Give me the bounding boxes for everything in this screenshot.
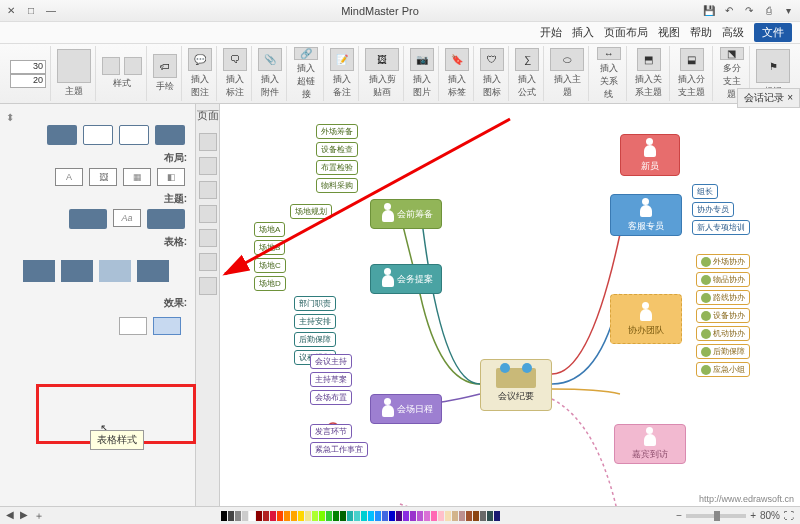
tool-zoom-icon[interactable] bbox=[199, 277, 217, 295]
teal-hub[interactable]: 会务提案 bbox=[370, 264, 442, 294]
formula-icon[interactable]: ∑ bbox=[515, 48, 539, 71]
yellow-sub[interactable]: 后勤保障 bbox=[696, 344, 750, 359]
purple-sub[interactable]: 会场布置 bbox=[310, 390, 352, 405]
color-swatch[interactable] bbox=[480, 511, 486, 521]
color-swatch[interactable] bbox=[452, 511, 458, 521]
yellow-hub[interactable]: 协办团队 bbox=[610, 294, 682, 344]
effect-btn[interactable] bbox=[119, 317, 147, 335]
color-swatch[interactable] bbox=[305, 511, 311, 521]
window-max-icon[interactable]: □ bbox=[24, 4, 38, 18]
color-swatch[interactable] bbox=[473, 511, 479, 521]
blue-sub[interactable]: 协办专员 bbox=[692, 202, 734, 217]
style-icon[interactable] bbox=[102, 57, 120, 75]
menu-advanced[interactable]: 高级 bbox=[722, 25, 744, 40]
topic-icon[interactable]: ⬭ bbox=[550, 48, 584, 71]
yellow-sub[interactable]: 物品协办 bbox=[696, 272, 750, 287]
color-swatch[interactable] bbox=[228, 511, 234, 521]
tag-icon[interactable]: 🏷 bbox=[153, 54, 177, 78]
teal-sub[interactable]: 部门职责 bbox=[294, 296, 336, 311]
blue-sub[interactable]: 新人专项培训 bbox=[692, 220, 750, 235]
olive-sub[interactable]: 物料采购 bbox=[316, 178, 358, 193]
yellow-sub[interactable]: 路线协办 bbox=[696, 290, 750, 305]
menu-help[interactable]: 帮助 bbox=[690, 25, 712, 40]
yellow-sub[interactable]: 机动协办 bbox=[696, 326, 750, 341]
tool-sub-icon[interactable] bbox=[199, 205, 217, 223]
image-icon[interactable]: 📷 bbox=[410, 48, 434, 71]
zoom-in-icon[interactable]: + bbox=[750, 510, 756, 521]
olive-sub[interactable]: 布置检验 bbox=[316, 160, 358, 175]
color-swatch[interactable] bbox=[263, 511, 269, 521]
zoom-out-icon[interactable]: − bbox=[676, 510, 682, 521]
width-spinner[interactable]: 30 bbox=[10, 60, 46, 74]
qat-redo-icon[interactable]: ↷ bbox=[742, 4, 756, 18]
comment-icon[interactable]: 💬 bbox=[188, 48, 212, 71]
shield-icon[interactable]: 🛡 bbox=[480, 48, 504, 71]
label-icon[interactable]: 🔖 bbox=[445, 48, 469, 71]
purple-sub[interactable]: 会议主持 bbox=[310, 354, 352, 369]
purple-sub[interactable]: 紧急工作事宜 bbox=[310, 442, 368, 457]
olive-sub[interactable]: 外场筹备 bbox=[316, 124, 358, 139]
color-swatch[interactable] bbox=[340, 511, 346, 521]
table-style[interactable] bbox=[61, 260, 93, 282]
color-swatch[interactable] bbox=[445, 511, 451, 521]
height-spinner[interactable]: 20 bbox=[10, 74, 46, 88]
theme-shape[interactable] bbox=[147, 209, 185, 229]
relation-icon[interactable]: ↔ bbox=[597, 47, 621, 60]
theme-icon[interactable] bbox=[57, 49, 91, 83]
color-swatch[interactable] bbox=[361, 511, 367, 521]
clipart-icon[interactable]: 🖼 bbox=[365, 48, 399, 71]
menu-layout[interactable]: 页面布局 bbox=[604, 25, 648, 40]
color-swatch[interactable] bbox=[235, 511, 241, 521]
mark-icon[interactable]: ⚑ bbox=[756, 49, 790, 83]
blue-sub[interactable]: 组长 bbox=[692, 184, 718, 199]
table-style[interactable] bbox=[23, 260, 55, 282]
table-style[interactable] bbox=[99, 260, 131, 282]
color-swatch[interactable] bbox=[403, 511, 409, 521]
color-swatch[interactable] bbox=[347, 511, 353, 521]
pink-hub[interactable]: 嘉宾到访 bbox=[614, 424, 686, 464]
color-swatch[interactable] bbox=[382, 511, 388, 521]
page-tab[interactable]: 页面 bbox=[197, 108, 219, 123]
layout-shape[interactable] bbox=[47, 125, 77, 145]
color-swatch[interactable] bbox=[354, 511, 360, 521]
menu-view[interactable]: 视图 bbox=[658, 25, 680, 40]
purple-sub[interactable]: 主持草案 bbox=[310, 372, 352, 387]
text-shape[interactable]: ▦ bbox=[123, 168, 151, 186]
color-swatch[interactable] bbox=[221, 511, 227, 521]
tool-pointer-icon[interactable] bbox=[199, 133, 217, 151]
color-swatch[interactable] bbox=[410, 511, 416, 521]
table-style[interactable] bbox=[137, 260, 169, 282]
layout-shape[interactable] bbox=[119, 125, 149, 145]
color-swatch[interactable] bbox=[459, 511, 465, 521]
olive-plan[interactable]: 场地A bbox=[254, 222, 285, 237]
color-swatch[interactable] bbox=[298, 511, 304, 521]
color-swatch[interactable] bbox=[270, 511, 276, 521]
color-swatch[interactable] bbox=[242, 511, 248, 521]
color-swatch[interactable] bbox=[312, 511, 318, 521]
theme-shape[interactable] bbox=[69, 209, 107, 229]
menu-insert[interactable]: 插入 bbox=[572, 25, 594, 40]
yellow-sub[interactable]: 外场协办 bbox=[696, 254, 750, 269]
blue-hub[interactable]: 客服专员 bbox=[610, 194, 682, 236]
color-swatch[interactable] bbox=[375, 511, 381, 521]
branch-icon[interactable]: ⬓ bbox=[680, 48, 704, 71]
zoom-slider[interactable] bbox=[686, 514, 746, 518]
color-swatch[interactable] bbox=[291, 511, 297, 521]
color-swatch[interactable] bbox=[333, 511, 339, 521]
menu-file[interactable]: 文件 bbox=[754, 23, 792, 42]
olive-hub[interactable]: 会前筹备 bbox=[370, 199, 442, 229]
qat-print-icon[interactable]: ⎙ bbox=[762, 4, 776, 18]
layout-shape[interactable] bbox=[83, 125, 113, 145]
attach-icon[interactable]: 📎 bbox=[258, 48, 282, 71]
canvas[interactable]: 会议纪要 会前筹备 外场筹备 设备检查 布置检验 物料采购 场地规划 场地A 场… bbox=[220, 104, 800, 506]
olive-sub[interactable]: 设备检查 bbox=[316, 142, 358, 157]
color-swatch[interactable] bbox=[417, 511, 423, 521]
purple-hub[interactable]: 会场日程 bbox=[370, 394, 442, 424]
teal-sub[interactable]: 后勤保障 bbox=[294, 332, 336, 347]
text-shape[interactable]: ◧ bbox=[157, 168, 185, 186]
reltopic-icon[interactable]: ⬒ bbox=[637, 48, 661, 71]
tool-node-icon[interactable] bbox=[199, 157, 217, 175]
color-swatch[interactable] bbox=[487, 511, 493, 521]
color-swatch[interactable] bbox=[256, 511, 262, 521]
center-node[interactable]: 会议纪要 bbox=[480, 359, 552, 411]
